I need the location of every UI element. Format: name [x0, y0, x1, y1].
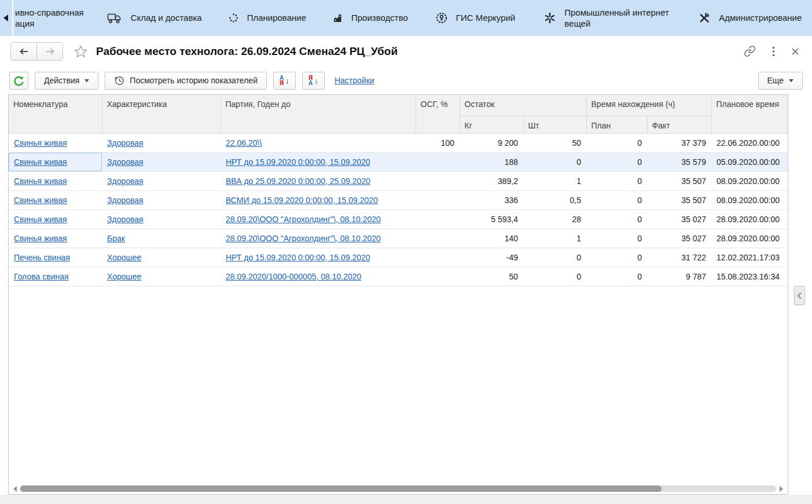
panel-collapse-button[interactable] — [794, 286, 805, 305]
cell-plan[interactable]: 0 — [586, 267, 647, 286]
more-button[interactable]: Еще — [758, 72, 803, 90]
cell-plan[interactable]: 0 — [586, 248, 647, 267]
nav-item-administration[interactable]: Администрирование — [699, 12, 802, 24]
cell-characteristic[interactable]: Хорошее — [102, 267, 221, 286]
table-row[interactable]: Голова свинаяХорошее28.09.2020/1000-0000… — [9, 267, 788, 286]
cell-planned-time[interactable]: 05.09.2020.00:00 — [711, 152, 788, 171]
cell-planned-time[interactable]: 15.08.2023.16:34 — [711, 267, 788, 286]
scrollbar-right-arrow-icon[interactable] — [780, 486, 783, 492]
nomenclature-link[interactable]: Свинья живая — [14, 138, 67, 148]
cell-kg[interactable]: 9 200 — [460, 133, 523, 152]
cell-kg[interactable]: -49 — [460, 248, 523, 267]
back-button[interactable] — [11, 43, 36, 60]
table-row[interactable]: Свинья живаяЗдороваяВВА до 25.09.2020 0:… — [9, 171, 788, 190]
cell-kg[interactable]: 140 — [460, 229, 523, 248]
favorite-star-button[interactable] — [74, 45, 88, 58]
actions-button[interactable]: Действия — [35, 72, 98, 90]
nomenclature-link[interactable]: Свинья живая — [14, 196, 67, 205]
cell-sht[interactable]: 0,5 — [523, 190, 586, 209]
cell-batch[interactable]: НРТ до 15.09.2020 0:00:00, 15.09.2020 — [221, 152, 416, 171]
nav-item-warehouse-delivery[interactable]: Склад и доставка — [107, 12, 202, 24]
link-button[interactable] — [744, 45, 756, 57]
cell-batch[interactable]: НРТ до 15.09.2020 0:00:00, 15.09.2020 — [221, 248, 416, 267]
characteristic-link[interactable]: Здоровая — [107, 196, 144, 205]
nav-item-industrial-iot[interactable]: Промышленный интернет вещей — [544, 7, 674, 30]
cell-planned-time[interactable]: 08.09.2020.00:00 — [711, 190, 788, 209]
horizontal-scrollbar[interactable] — [9, 484, 787, 494]
cell-osg[interactable] — [416, 229, 460, 248]
cell-osg[interactable] — [416, 267, 460, 286]
cell-plan[interactable]: 0 — [586, 171, 647, 190]
cell-planned-time[interactable]: 12.02.2021.17:03 — [711, 248, 788, 267]
cell-osg[interactable] — [416, 248, 460, 267]
cell-nomenclature[interactable]: Свинья живая — [9, 229, 102, 248]
nomenclature-link[interactable]: Свинья живая — [14, 157, 67, 167]
cell-nomenclature[interactable]: Свинья живая — [9, 190, 102, 209]
scrollbar-thumb[interactable] — [20, 485, 662, 492]
characteristic-link[interactable]: Брак — [107, 234, 125, 243]
characteristic-link[interactable]: Здоровая — [107, 138, 144, 148]
batch-link[interactable]: НРТ до 15.09.2020 0:00:00, 15.09.2020 — [226, 253, 370, 262]
view-history-button[interactable]: Посмотреть историю показателей — [105, 72, 267, 90]
cell-osg[interactable] — [416, 152, 460, 171]
cell-batch[interactable]: 28.09.20\ООО "Агрохолдинг"\, 08.10.2020 — [221, 229, 416, 248]
cell-batch[interactable]: ВВА до 25.09.2020 0:00:00, 25.09.2020 — [221, 171, 416, 190]
close-button[interactable] — [791, 47, 799, 56]
cell-sht[interactable]: 0 — [523, 152, 586, 171]
cell-batch[interactable]: 22.06.20\\ — [221, 133, 416, 152]
scrollbar-left-arrow-icon[interactable] — [13, 486, 17, 492]
cell-osg[interactable] — [416, 190, 460, 209]
cell-nomenclature[interactable]: Свинья живая — [9, 133, 102, 152]
cell-nomenclature[interactable]: Свинья живая — [9, 152, 102, 171]
table-row[interactable]: Свинья живаяЗдороваяНРТ до 15.09.2020 0:… — [9, 152, 788, 171]
cell-plan[interactable]: 0 — [586, 133, 647, 152]
settings-link[interactable]: Настройки — [335, 76, 374, 85]
cell-batch[interactable]: 28.09.20\ООО "Агрохолдинг"\, 08.10.2020 — [221, 209, 416, 229]
batch-link[interactable]: 28.09.2020/1000-000005, 08.10.2020 — [226, 272, 361, 281]
cell-plan[interactable]: 0 — [586, 152, 647, 171]
cell-characteristic[interactable]: Здоровая — [102, 152, 221, 171]
cell-osg[interactable] — [416, 209, 460, 229]
cell-characteristic[interactable]: Здоровая — [102, 190, 221, 209]
refresh-button[interactable] — [9, 72, 28, 90]
table-row[interactable]: Свинья живаяЗдоровая22.06.20\\1009 20050… — [9, 133, 788, 152]
cell-planned-time[interactable]: 22.06.2020.00:00 — [711, 133, 788, 152]
cell-batch[interactable]: 28.09.2020/1000-000005, 08.10.2020 — [221, 267, 416, 286]
cell-kg[interactable]: 336 — [460, 190, 523, 209]
cell-kg[interactable]: 5 593,4 — [460, 209, 523, 229]
nomenclature-link[interactable]: Голова свиная — [14, 272, 69, 281]
cell-planned-time[interactable]: 28.09.2020.00:00 — [711, 229, 788, 248]
cell-planned-time[interactable]: 08.09.2020.00:00 — [711, 171, 788, 190]
characteristic-link[interactable]: Здоровая — [107, 157, 144, 167]
nav-scroll-left-button[interactable] — [0, 0, 12, 36]
cell-plan[interactable]: 0 — [586, 229, 647, 248]
cell-kg[interactable]: 389,2 — [460, 171, 523, 190]
cell-kg[interactable]: 188 — [460, 152, 523, 171]
cell-sht[interactable]: 1 — [523, 229, 586, 248]
more-menu-button[interactable] — [772, 46, 775, 57]
cell-characteristic[interactable]: Хорошее — [102, 248, 221, 267]
cell-fact[interactable]: 35 027 — [647, 229, 711, 248]
nomenclature-link[interactable]: Свинья живая — [14, 215, 67, 224]
cell-characteristic[interactable]: Здоровая — [102, 209, 221, 229]
batch-link[interactable]: ВВА до 25.09.2020 0:00:00, 25.09.2020 — [226, 176, 370, 186]
cell-characteristic[interactable]: Здоровая — [102, 171, 221, 190]
nomenclature-link[interactable]: Свинья живая — [14, 176, 67, 186]
cell-fact[interactable]: 37 379 — [647, 133, 711, 152]
cell-fact[interactable]: 31 722 — [647, 248, 711, 267]
table-row[interactable]: Печень свинаяХорошееНРТ до 15.09.2020 0:… — [9, 248, 788, 267]
characteristic-link[interactable]: Здоровая — [107, 176, 144, 186]
characteristic-link[interactable]: Хорошее — [107, 272, 141, 281]
cell-nomenclature[interactable]: Свинья живая — [9, 209, 102, 229]
nomenclature-link[interactable]: Свинья живая — [14, 234, 67, 243]
cell-sht[interactable]: 1 — [523, 171, 586, 190]
characteristic-link[interactable]: Хорошее — [107, 253, 141, 262]
sort-descending-button[interactable]: Я А ↓ — [302, 72, 325, 90]
cell-planned-time[interactable]: 28.09.2020.00:00 — [711, 209, 788, 229]
batch-link[interactable]: ВСМИ до 15.09.2020 0:00:00, 15.09.2020 — [226, 196, 378, 205]
cell-fact[interactable]: 35 027 — [647, 209, 711, 229]
table-row[interactable]: Свинья живаяЗдороваяВСМИ до 15.09.2020 0… — [9, 190, 788, 209]
forward-button[interactable] — [36, 43, 63, 60]
cell-fact[interactable]: 9 787 — [647, 267, 711, 286]
cell-nomenclature[interactable]: Печень свиная — [9, 248, 102, 267]
